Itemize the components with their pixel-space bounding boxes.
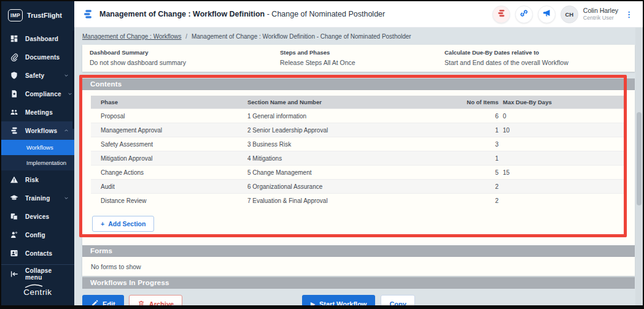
link-button[interactable]	[515, 6, 533, 23]
chevron-down-icon	[64, 196, 69, 200]
col-header-days: Max Due-By Days	[499, 96, 626, 109]
sidebar-item-label: Documents	[25, 54, 60, 61]
chevron-down-icon	[68, 91, 72, 96]
avatar-initials: CH	[565, 11, 573, 18]
contents-table: Phase Section Name and Number No of Item…	[91, 96, 626, 207]
sidebar-item-workflows[interactable]: Workflows	[1, 121, 74, 140]
collapse-arrow-icon	[9, 269, 19, 279]
workflow-summary-card: Dashboard Summary Do not show dashboard …	[82, 45, 635, 72]
centrik-logo: Centrik	[23, 288, 52, 297]
col-header-items: No of Items	[454, 96, 499, 109]
chevron-up-icon	[64, 128, 69, 133]
add-section-button[interactable]: + Add Section	[92, 216, 154, 232]
people-icon	[9, 107, 19, 117]
sidebar-subitem-label: Implementation	[26, 159, 66, 166]
workflow-layers-icon	[9, 126, 19, 135]
sidebar-item-devices[interactable]: Devices	[1, 207, 74, 226]
sidebar-item-label: Safety	[25, 72, 44, 79]
table-row[interactable]: Distance Review 7 Evaluation & Final App…	[91, 194, 626, 208]
table-row[interactable]: Mitigation Approval 4 Mitigations 1	[91, 151, 626, 166]
breadcrumb-link[interactable]: Management of Change : Workflows	[82, 33, 182, 40]
summary-field: Calculate Due-By Dates relative to Start…	[444, 49, 627, 67]
sidebar-item-training[interactable]: Training	[1, 189, 74, 207]
contact-card-icon	[9, 248, 19, 258]
workflow-shortcut-button[interactable]	[492, 6, 510, 23]
sidebar-item-dashboard[interactable]: Dashboard	[1, 29, 74, 48]
sidebar-item-label: Meetings	[25, 109, 53, 116]
sidebar-item-label: Workflows	[25, 128, 57, 134]
devices-icon	[9, 212, 19, 221]
user-gear-icon	[9, 230, 19, 240]
table-row[interactable]: Safety Assessment 3 Business Risk 3	[91, 137, 626, 151]
page-title: Management of Change : Workflow Definiti…	[99, 10, 385, 18]
plus-icon: +	[101, 220, 104, 227]
contents-section-header: Contents	[82, 78, 635, 90]
contents-card: Phase Section Name and Number No of Item…	[82, 90, 635, 245]
play-icon: ▶	[311, 301, 315, 305]
kebab-menu-icon[interactable]: ⋮	[623, 10, 635, 19]
warning-triangle-icon	[9, 175, 19, 185]
col-header-phase: Phase	[91, 96, 247, 109]
avatar[interactable]: CH	[561, 6, 578, 23]
sidebar-item-meetings[interactable]: Meetings	[1, 103, 74, 121]
sidebar-item-config[interactable]: Config	[1, 226, 74, 244]
sidebar-subitem-implementation[interactable]: Implementation	[1, 155, 74, 170]
forms-empty-text: No forms to show	[91, 263, 141, 270]
breadcrumb: Management of Change : Workflows / Manag…	[82, 33, 635, 42]
edit-button[interactable]: Edit	[82, 295, 124, 305]
summary-field: Steps and Phases Release Steps All At On…	[280, 49, 444, 67]
main-scrollbar[interactable]	[635, 28, 643, 305]
archive-button[interactable]: Archive	[129, 295, 182, 305]
copy-button[interactable]: Copy	[381, 295, 415, 305]
table-row[interactable]: Change Actions 5 Change Management 5 15	[91, 166, 626, 180]
sidebar-item-risk[interactable]: Risk	[1, 170, 74, 189]
table-row[interactable]: Audit 6 Organizational Assurance 2	[91, 180, 626, 194]
user-role: Centrik User	[583, 15, 618, 21]
dashboard-icon	[9, 34, 19, 44]
shield-icon	[9, 71, 19, 80]
sidebar-subitem-workflows[interactable]: Workflows	[1, 140, 74, 155]
scrollbar-thumb[interactable]	[637, 112, 642, 205]
breadcrumb-separator: /	[185, 33, 187, 40]
brand-logo[interactable]: IMP TrustFlight	[1, 1, 74, 29]
announcements-button[interactable]	[538, 6, 556, 23]
sidebar-item-contacts[interactable]: Contacts	[1, 244, 74, 262]
sidebar-item-label: Devices	[25, 213, 49, 220]
forms-card: No forms to show	[82, 257, 635, 276]
sidebar-subitem-label: Workflows	[26, 144, 53, 151]
content-scroll-area: Management of Change : Workflows / Manag…	[74, 28, 643, 305]
table-row[interactable]: Proposal 1 General information 6 0	[91, 109, 626, 123]
sidebar-item-label: Dashboard	[25, 36, 58, 42]
workflow-icon	[82, 9, 93, 20]
sidebar-item-compliance[interactable]: Compliance	[1, 85, 74, 103]
col-header-section: Section Name and Number	[247, 96, 454, 109]
megaphone-icon	[542, 9, 551, 20]
sidebar-item-safety[interactable]: Safety	[1, 66, 74, 85]
sidebar-item-label: Training	[25, 195, 50, 202]
centrik-swoosh-icon	[25, 284, 43, 288]
imp-logo-badge: IMP	[8, 9, 23, 21]
collapse-menu-label: Collapse menu	[25, 267, 69, 281]
paperclip-icon	[9, 52, 19, 62]
forms-section-header: Forms	[82, 245, 635, 257]
compliance-doc-star-icon	[9, 89, 19, 99]
sidebar-item-label: Config	[25, 232, 45, 238]
brand-name: TrustFlight	[27, 12, 62, 19]
chevron-down-icon	[64, 73, 69, 78]
trash-icon	[138, 300, 145, 305]
sidebar-nav: Dashboard Documents Safety Compliance Me…	[1, 29, 74, 283]
app-window: IMP TrustFlight Dashboard Documents Safe…	[0, 0, 644, 309]
sidebar-item-label: Compliance	[25, 91, 61, 97]
table-row[interactable]: Management Approval 2 Senior Leadership …	[91, 123, 626, 137]
sidebar: IMP TrustFlight Dashboard Documents Safe…	[1, 1, 74, 305]
breadcrumb-current: Management of Change : Workflow Definiti…	[192, 33, 411, 40]
table-header-row: Phase Section Name and Number No of Item…	[91, 96, 626, 109]
pencil-icon	[91, 300, 98, 305]
sidebar-footer: Centrik	[1, 286, 74, 305]
start-workflow-button[interactable]: ▶ Start Workflow	[302, 295, 375, 305]
collapse-menu-button[interactable]: Collapse menu	[1, 265, 74, 283]
sidebar-item-documents[interactable]: Documents	[1, 48, 74, 66]
page-subtitle: Change of Nominated Postholder	[271, 10, 385, 18]
graduation-cap-icon	[9, 193, 19, 203]
user-name: Colin Harley	[583, 7, 618, 15]
